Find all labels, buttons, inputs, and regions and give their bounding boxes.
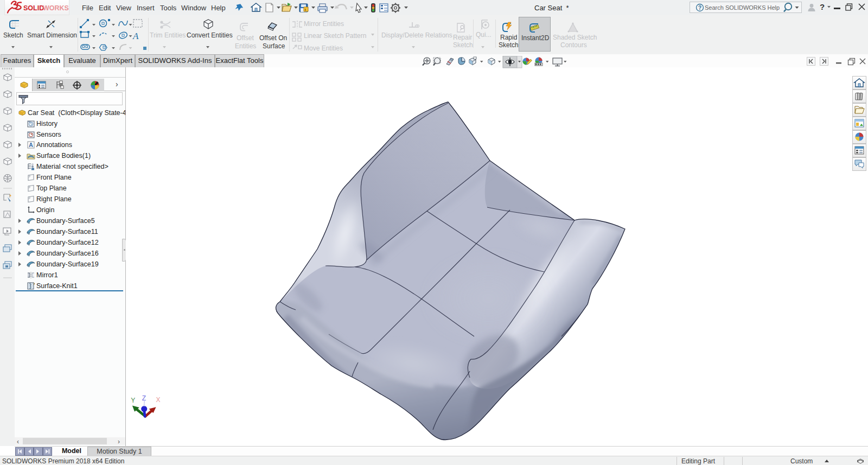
svg-text:X: X xyxy=(156,396,161,404)
svg-text:?: ? xyxy=(698,5,701,11)
svg-text:Z: Z xyxy=(142,394,146,402)
svg-text:!: ! xyxy=(305,8,307,12)
svg-text:SOLID: SOLID xyxy=(23,4,44,12)
svg-text:WORKS: WORKS xyxy=(43,4,69,12)
svg-text:Y: Y xyxy=(131,397,135,404)
svg-text:A: A xyxy=(132,31,139,41)
svg-text:A: A xyxy=(29,142,33,148)
